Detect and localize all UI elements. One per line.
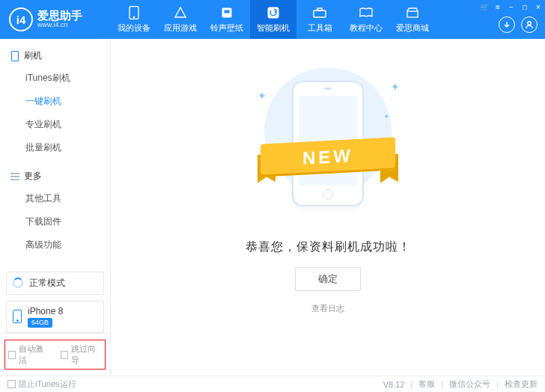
checkbox-skip-wizard[interactable]: 跳过向导 — [61, 343, 103, 366]
svg-point-1 — [133, 16, 135, 18]
tab-tutorial[interactable]: 教程中心 — [343, 0, 389, 39]
toolbox-icon — [313, 6, 326, 19]
svg-rect-4 — [268, 7, 278, 18]
statusbar: 阻止iTunes运行 V8.12 | 客服 | 微信公众号 | 检查更新 — [0, 376, 545, 392]
device-storage-badge: 64GB — [28, 318, 52, 328]
flash-icon — [267, 6, 280, 19]
brand-url: www.i4.cn — [37, 22, 82, 28]
sidebar-group-flash: 刷机 — [0, 45, 110, 67]
store-icon — [406, 6, 419, 19]
sparkle-icon: ✦ — [258, 90, 267, 102]
phone-icon — [13, 310, 22, 323]
support-link[interactable]: 客服 — [418, 379, 435, 390]
sidebar-group-more: 更多 — [0, 165, 110, 187]
phone-outline-icon — [10, 51, 19, 61]
user-button[interactable] — [521, 16, 538, 33]
highlight-box: 自动激活 跳过向导 — [4, 340, 106, 370]
list-icon — [10, 171, 19, 182]
cart-icon[interactable]: 🛒 — [478, 0, 491, 13]
sidebar-group-title: 刷机 — [24, 49, 42, 62]
tab-flash[interactable]: 智能刷机 — [250, 0, 296, 39]
ringtone-icon — [220, 6, 234, 19]
tab-label: 爱思商城 — [396, 22, 429, 34]
new-ribbon: NEW — [261, 141, 395, 174]
sidebar-item-batch-flash[interactable]: 批量刷机 — [0, 136, 110, 159]
mode-indicator[interactable]: 正常模式 — [6, 272, 104, 295]
sidebar-group-title: 更多 — [24, 170, 42, 183]
view-log-link[interactable]: 查看日志 — [311, 303, 344, 314]
ok-button[interactable]: 确定 — [295, 267, 361, 291]
svg-rect-9 — [12, 51, 19, 61]
svg-rect-6 — [317, 8, 322, 10]
sidebar: 刷机 iTunes刷机 一键刷机 专业刷机 批量刷机 更多 其他工具 下载固件 … — [0, 39, 111, 376]
tab-label: 应用游戏 — [164, 22, 197, 34]
checkbox-label: 阻止iTunes运行 — [19, 379, 76, 390]
main-panel: ✦ ✦ ✦ NEW 恭喜您，保资料刷机成功啦！ 确定 查看日志 — [111, 39, 545, 376]
svg-point-8 — [528, 22, 531, 25]
svg-rect-7 — [407, 11, 418, 17]
window-controls: 🛒 ≡ − □ × — [478, 0, 545, 13]
check-update-link[interactable]: 检查更新 — [505, 379, 538, 390]
tab-device[interactable]: 我的设备 — [111, 0, 157, 39]
maximize-button[interactable]: □ — [518, 0, 532, 13]
svg-rect-3 — [224, 10, 230, 13]
mode-label: 正常模式 — [29, 277, 65, 290]
tab-label: 我的设备 — [118, 22, 150, 34]
brand: i4 爱思助手 www.i4.cn — [0, 7, 111, 31]
checkbox-auto-activate[interactable]: 自动激活 — [8, 343, 50, 366]
download-button[interactable] — [499, 16, 515, 33]
tab-ringwall[interactable]: 铃声壁纸 — [204, 0, 250, 39]
checkbox-label: 自动激活 — [19, 343, 49, 366]
minimize-button[interactable]: − — [505, 0, 518, 13]
tab-label: 铃声壁纸 — [210, 22, 243, 34]
sidebar-item-download-firmware[interactable]: 下载固件 — [0, 210, 110, 233]
checkbox-icon — [61, 351, 68, 359]
sidebar-item-other-tools[interactable]: 其他工具 — [0, 187, 110, 210]
sidebar-item-pro-flash[interactable]: 专业刷机 — [0, 113, 110, 136]
top-tabs: 我的设备 应用游戏 铃声壁纸 智能刷机 工具箱 教程中心 爱思商城 — [111, 0, 436, 39]
checkbox-icon — [8, 351, 16, 359]
sync-icon — [13, 278, 23, 288]
svg-rect-5 — [314, 10, 326, 17]
close-button[interactable]: × — [532, 0, 545, 13]
book-icon — [359, 6, 373, 19]
tab-mall[interactable]: 爱思商城 — [389, 0, 436, 39]
brand-logo-icon: i4 — [9, 7, 33, 31]
sidebar-item-itunes-flash[interactable]: iTunes刷机 — [0, 67, 110, 90]
app-icon — [174, 6, 187, 19]
tab-label: 工具箱 — [308, 22, 332, 34]
tab-appgame[interactable]: 应用游戏 — [157, 0, 204, 39]
checkbox-block-itunes[interactable]: 阻止iTunes运行 — [7, 379, 76, 390]
sidebar-bottom-options: 自动激活 跳过向导 — [0, 333, 110, 376]
success-message: 恭喜您，保资料刷机成功啦！ — [246, 239, 411, 255]
version-label: V8.12 — [383, 380, 405, 389]
wechat-link[interactable]: 微信公众号 — [449, 379, 490, 390]
sidebar-item-advanced[interactable]: 高级功能 — [0, 233, 110, 257]
tab-toolbox[interactable]: 工具箱 — [296, 0, 343, 39]
brand-name: 爱思助手 — [37, 10, 82, 22]
tab-label: 智能刷机 — [257, 22, 290, 34]
sparkle-icon: ✦ — [391, 81, 400, 93]
success-illustration: ✦ ✦ ✦ NEW — [253, 67, 403, 209]
phone-icon — [127, 6, 141, 19]
tab-label: 教程中心 — [350, 22, 383, 34]
ribbon-text: NEW — [261, 137, 395, 177]
sidebar-item-oneclick-flash[interactable]: 一键刷机 — [0, 90, 110, 113]
device-name: iPhone 8 — [28, 306, 63, 316]
checkbox-label: 跳过向导 — [71, 343, 102, 366]
menu-icon[interactable]: ≡ — [491, 0, 505, 13]
sparkle-icon: ✦ — [383, 112, 389, 120]
checkbox-icon — [7, 380, 16, 388]
device-card[interactable]: iPhone 8 64GB — [6, 301, 104, 333]
titlebar: i4 爱思助手 www.i4.cn 我的设备 应用游戏 铃声壁纸 智能刷机 工具… — [0, 0, 545, 39]
